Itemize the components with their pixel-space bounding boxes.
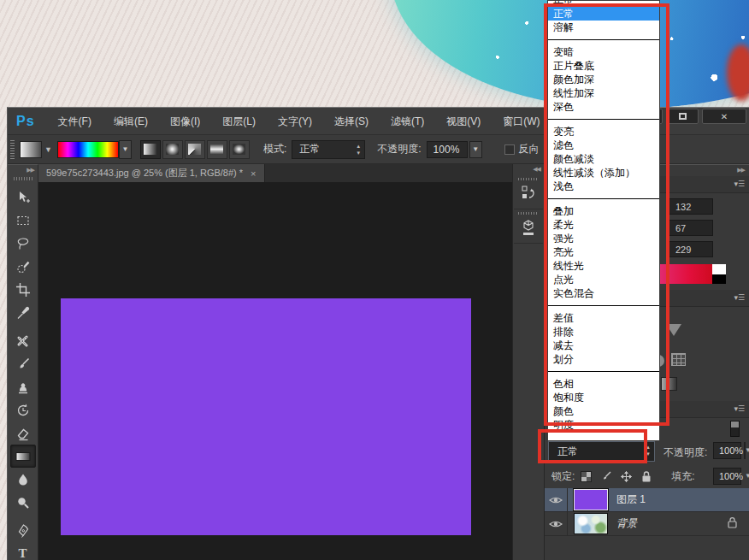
menu-layer[interactable]: 图层(L) (211, 108, 267, 135)
tool-preset-swatch[interactable] (20, 141, 42, 158)
maximize-button[interactable] (666, 109, 699, 124)
canvas-area[interactable] (38, 182, 512, 560)
menu-window[interactable]: 窗口(W) (492, 108, 551, 135)
annotation-rect-dropdown (544, 3, 669, 426)
menu-type[interactable]: 文字(Y) (267, 108, 323, 135)
layer1-name[interactable]: 图层 1 (616, 492, 646, 507)
close-button[interactable]: ✕ (702, 109, 746, 124)
red-value-field[interactable]: 132 (669, 198, 713, 215)
layers-fill-field[interactable]: 100% (713, 468, 741, 485)
radial-gradient-icon (166, 144, 179, 155)
opacity-dropdown-icon[interactable]: ▼ (469, 141, 482, 158)
type-tool[interactable]: T (10, 542, 36, 560)
lock-all-icon[interactable] (640, 470, 652, 483)
layer1-thumbnail[interactable] (574, 489, 608, 510)
gradient-tool[interactable] (10, 445, 36, 468)
panel-menu-icon[interactable]: ▾☰ (734, 180, 745, 188)
tab-close-icon[interactable]: × (251, 168, 256, 179)
layer-row-background[interactable]: 背景 (545, 512, 749, 536)
tool-bar: ▶▶ T (8, 164, 38, 560)
gradient-picker-dropdown-icon[interactable]: ▼ (119, 140, 132, 159)
reflected-gradient-icon (210, 144, 223, 155)
tool-preset-dropdown-icon[interactable]: ▼ (42, 145, 57, 154)
lock-paint-icon[interactable] (599, 470, 612, 483)
photoshop-logo: Ps (8, 114, 47, 129)
reflected-gradient-button[interactable] (207, 140, 227, 159)
eye-icon (549, 519, 563, 529)
blur-tool[interactable] (10, 468, 36, 491)
toolbar-grip[interactable] (14, 177, 32, 180)
history-brush-tool[interactable] (10, 398, 36, 421)
maximize-icon (679, 113, 687, 120)
eyedropper-tool[interactable] (10, 301, 36, 324)
purple-layer-artwork[interactable] (61, 298, 471, 535)
lock-position-icon[interactable] (620, 470, 633, 483)
options-bar-grip[interactable] (10, 140, 15, 159)
menu-file[interactable]: 文件(F) (47, 108, 103, 135)
layers-opacity-field[interactable]: 100% (713, 442, 741, 459)
rectangular-marquee-tool[interactable] (10, 209, 36, 232)
green-value-field[interactable]: 67 (669, 220, 713, 236)
angle-gradient-icon (188, 144, 201, 155)
diamond-gradient-icon (233, 144, 245, 155)
brush-tool[interactable] (10, 352, 36, 375)
lock-transparent-icon[interactable] (581, 471, 592, 482)
white-swatch[interactable] (712, 264, 726, 274)
visibility-cell[interactable] (545, 512, 568, 536)
panel-menu-icon[interactable]: ▾☰ (734, 404, 745, 413)
dock-grip (518, 178, 539, 180)
menu-image[interactable]: 图像(I) (159, 108, 211, 135)
dodge-tool[interactable] (10, 491, 36, 514)
document-tab-bar: 599e75c273443.jpg @ 25% (图层 1, RGB/8#) *… (38, 164, 512, 182)
lasso-tool[interactable] (10, 232, 36, 255)
toolbar-collapse-icon[interactable]: ▶▶ (8, 165, 38, 175)
quick-selection-tool[interactable] (10, 255, 36, 278)
eraser-tool[interactable] (10, 421, 36, 445)
pen-tool[interactable] (10, 519, 36, 542)
menu-filter[interactable]: 滤镜(T) (380, 108, 435, 135)
radial-gradient-button[interactable] (162, 140, 183, 159)
background-lock-icon (727, 516, 738, 532)
layers-opacity-dropdown-icon[interactable]: ▼ (745, 446, 749, 454)
layers-opacity-label: 不透明度: (663, 445, 707, 460)
history-panel-button[interactable] (514, 175, 543, 209)
healing-brush-tool[interactable] (10, 329, 36, 352)
black-swatch[interactable] (712, 274, 726, 284)
opacity-field[interactable]: 100% (427, 141, 468, 158)
gradient-preview[interactable] (57, 141, 119, 158)
filter-toggle[interactable] (730, 421, 740, 437)
angle-gradient-button[interactable] (185, 140, 205, 159)
lock-label: 锁定: (551, 469, 575, 484)
layer-row-layer1[interactable]: 图层 1 (545, 488, 749, 512)
mode-updown-icon: ▲▼ (356, 143, 361, 156)
mode-label: 模式: (251, 142, 292, 156)
dock-expand-icon[interactable]: ◀◀ (513, 164, 544, 175)
visibility-cell[interactable] (545, 488, 568, 512)
panel-menu-icon[interactable]: ▾☰ (734, 293, 745, 302)
mode-value: 正常 (299, 142, 320, 156)
diamond-gradient-button[interactable] (229, 140, 250, 159)
clone-stamp-tool[interactable] (10, 375, 36, 398)
annotation-rect-blend-combo (538, 429, 647, 463)
background-name[interactable]: 背景 (616, 516, 637, 531)
type-tool-icon: T (18, 546, 27, 560)
mode-select[interactable]: 正常 ▲▼ (292, 140, 365, 159)
crop-tool[interactable] (10, 278, 36, 301)
layers-fill-dropdown-icon[interactable]: ▼ (745, 472, 749, 480)
document-tab[interactable]: 599e75c273443.jpg @ 25% (图层 1, RGB/8#) *… (38, 164, 265, 182)
linear-gradient-button[interactable] (140, 140, 161, 159)
threed-panel-icon (520, 219, 537, 238)
menu-edit[interactable]: 编辑(E) (103, 108, 159, 135)
dock-grip (518, 212, 539, 215)
move-tool[interactable] (10, 186, 36, 209)
threed-panel-button[interactable] (514, 209, 543, 244)
history-panel-icon (520, 185, 537, 203)
adjustment-grid-icon[interactable] (671, 353, 686, 366)
blue-value-field[interactable]: 229 (669, 241, 713, 257)
reverse-checkbox[interactable] (504, 144, 515, 155)
wallpaper-red-streak (727, 44, 749, 101)
menu-select[interactable]: 选择(S) (323, 108, 380, 135)
menu-view[interactable]: 视图(V) (435, 108, 492, 135)
background-thumbnail[interactable] (574, 513, 608, 534)
linear-gradient-icon (144, 144, 156, 155)
